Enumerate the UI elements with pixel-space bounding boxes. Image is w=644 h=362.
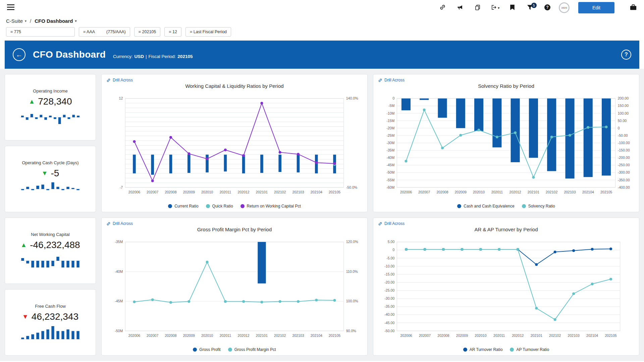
svg-text:202006: 202006	[400, 190, 412, 194]
svg-text:202104: 202104	[311, 334, 322, 338]
chart-legend: Current RatioQuick RatioReturn on Workin…	[106, 202, 363, 209]
kpi-card[interactable]: Net Working Capital▲-46,232,488	[5, 218, 96, 284]
legend-item[interactable]: Current Ratio	[168, 204, 198, 208]
filter-chip[interactable]: = AAA(775/AAA)	[79, 27, 130, 37]
chart-plot-area: -35M-40M-45M-50M120.0%110.0%100.0%90.0%2…	[106, 232, 363, 346]
legend-item[interactable]: AP Turnover Ratio	[510, 347, 549, 352]
help-button[interactable]: ?	[541, 2, 553, 14]
dashboard-content: Operating Income▲728,340Operating Cash C…	[0, 69, 644, 361]
svg-text:-100.00: -100.00	[618, 141, 630, 145]
kpi-value: -5	[51, 168, 59, 179]
refresh-timer-badge[interactable]: 3509	[559, 2, 570, 13]
filter-chip-label: = 202105	[139, 29, 156, 34]
svg-text:-20.00: -20.00	[384, 280, 394, 284]
link-icon	[378, 78, 382, 82]
question-circle-icon: ?	[544, 4, 551, 12]
drill-across-label: Drill Across	[113, 78, 133, 82]
legend-dot	[463, 348, 467, 352]
svg-text:202006: 202006	[128, 190, 140, 194]
svg-text:-50M: -50M	[386, 170, 394, 174]
svg-text:-40.00: -40.00	[384, 312, 394, 316]
kpi-value-row: ▼-5	[42, 168, 59, 179]
legend-dot	[522, 204, 526, 208]
chart-plot-area: 0-5M-10M-15M-20M-25M-30M-35M-40M-45M-50M…	[378, 89, 634, 202]
legend-item[interactable]: Gross Profit	[193, 347, 220, 352]
legend-dot	[206, 204, 210, 208]
legend-label: Solvency Ratio	[528, 204, 555, 208]
legend-label: Gross Profit	[199, 347, 220, 352]
down-arrow-icon: ▼	[42, 170, 48, 176]
breadcrumb-item-cfo-dashboard[interactable]: CFO Dashboard ▾	[35, 18, 76, 24]
chart-card-solvency-ratio: Drill AcrossSolvency Ratio by Period0-5M…	[373, 74, 639, 212]
kpi-value: -46,232,488	[30, 240, 80, 250]
svg-text:-60M: -60M	[386, 185, 394, 189]
drill-across-link[interactable]: Drill Across	[106, 78, 133, 82]
drill-across-link[interactable]: Drill Across	[378, 78, 405, 82]
svg-text:202008: 202008	[165, 334, 176, 338]
svg-text:202011: 202011	[220, 190, 231, 194]
bookmark-button[interactable]	[506, 2, 519, 14]
edit-button[interactable]: Edit	[578, 2, 614, 13]
filter-chip[interactable]: = 202105	[134, 27, 160, 37]
breadcrumb-item-csuite[interactable]: C-Suite ▾	[6, 18, 26, 24]
svg-text:-350.00: -350.00	[618, 178, 630, 182]
svg-text:202103: 202103	[292, 334, 304, 338]
legend-item[interactable]: Return on Working Capital Pct	[240, 204, 301, 208]
svg-text:202104: 202104	[586, 334, 598, 338]
export-icon	[490, 4, 497, 11]
chart-card-ar-ap-turnover: Drill AcrossAR & AP Turnover by Period5.…	[373, 218, 639, 356]
kpi-title: Free Cash Flow	[35, 304, 66, 309]
back-button[interactable]: ←	[13, 48, 25, 61]
svg-text:202011: 202011	[493, 334, 505, 338]
link-icon	[106, 222, 111, 226]
chart-title: Gross Profit Margin Pct by Period	[106, 227, 363, 232]
svg-text:200.00: 200.00	[618, 96, 629, 100]
svg-text:120.0%: 120.0%	[346, 240, 358, 244]
svg-text:202103: 202103	[568, 334, 580, 338]
chart-card-working-capital-liquidity: Drill AcrossWorking Capital & Liquidity …	[101, 74, 368, 212]
kpi-card[interactable]: Free Cash Flow▼46,232,343	[5, 289, 96, 356]
filter-chip[interactable]: = 12	[164, 27, 181, 37]
chart-legend: AR Turnover RatioAP Turnover Ratio	[378, 346, 634, 353]
drill-across-label: Drill Across	[384, 221, 405, 226]
svg-text:100.00: 100.00	[618, 111, 629, 115]
drill-across-label: Drill Across	[384, 78, 405, 82]
kpi-card[interactable]: Operating Cash Cycle (Days)▼-5	[5, 146, 96, 212]
svg-text:202007: 202007	[419, 334, 431, 338]
svg-text:90.0%: 90.0%	[346, 329, 356, 333]
filter-chip[interactable]: = Last Fiscal Period	[185, 27, 231, 37]
legend-label: Quick Ratio	[212, 204, 233, 208]
svg-text:202006: 202006	[400, 334, 412, 338]
banner-help-button[interactable]: ?	[621, 50, 631, 60]
hamburger-menu-button[interactable]	[5, 2, 17, 14]
svg-text:-200.00: -200.00	[618, 156, 630, 160]
drill-across-link[interactable]: Drill Across	[378, 221, 405, 226]
announcements-button[interactable]	[454, 2, 466, 14]
svg-text:202010: 202010	[475, 334, 486, 338]
up-arrow-icon: ▲	[20, 242, 27, 248]
filter-chip[interactable]: = 775	[6, 27, 75, 37]
copy-report-button[interactable]	[472, 2, 484, 14]
kpi-value-row: ▲728,340	[29, 96, 72, 107]
legend-item[interactable]: AR Turnover Ratio	[463, 347, 503, 352]
legend-item[interactable]: Gross Profit Margin Pct	[228, 347, 276, 352]
svg-text:-25.00: -25.00	[384, 288, 394, 292]
kpi-value-row: ▼46,232,343	[22, 311, 78, 322]
svg-text:202012: 202012	[512, 334, 524, 338]
briefcase-button[interactable]	[627, 2, 639, 14]
legend-item[interactable]: Cash and Cash Equivalence	[457, 204, 514, 208]
filter-button[interactable]: 5	[524, 2, 536, 14]
drill-across-link[interactable]: Drill Across	[106, 221, 133, 226]
up-arrow-icon: ▲	[29, 98, 35, 105]
svg-text:-50.00: -50.00	[618, 133, 628, 137]
share-link-button[interactable]	[437, 2, 449, 14]
legend-item[interactable]: Solvency Ratio	[522, 204, 555, 208]
filter-chips-row: = 775= AAA(775/AAA)= 202105= 12= Last Fi…	[0, 25, 644, 41]
svg-text:202008: 202008	[165, 190, 176, 194]
kpi-card[interactable]: Operating Income▲728,340	[5, 74, 96, 140]
svg-text:202103: 202103	[292, 190, 304, 194]
export-button[interactable]: ▾	[489, 2, 501, 14]
legend-item[interactable]: Quick Ratio	[206, 204, 233, 208]
svg-text:202010: 202010	[201, 334, 213, 338]
back-arrow-icon: ←	[16, 51, 22, 59]
